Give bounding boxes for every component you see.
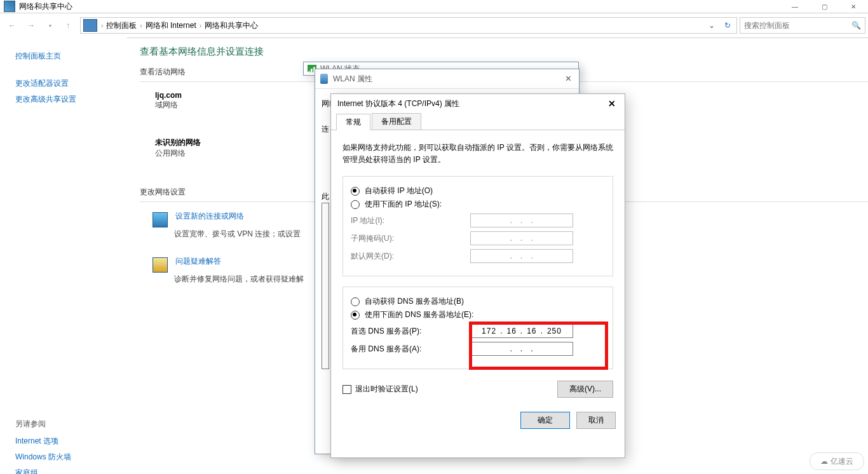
sidebar-adapter-link[interactable]: 更改适配器设置	[15, 76, 119, 91]
ipv4-tabs: 常规 备用配置	[331, 113, 625, 130]
dns-fieldset: 自动获得 DNS 服务器地址(B) 使用下面的 DNS 服务器地址(E): 首选…	[342, 287, 613, 369]
radio-icon	[351, 200, 360, 209]
network-icon	[320, 74, 328, 84]
chevron-right-icon: ›	[198, 22, 203, 29]
see-also-heading: 另请参阅	[15, 419, 119, 430]
up-button[interactable]: ↑	[60, 18, 76, 33]
dns1-octet-1: 172	[482, 327, 496, 335]
radio-icon	[351, 187, 360, 196]
see-also-internet-options[interactable]: Internet 选项	[15, 433, 119, 449]
radio-manual-dns[interactable]: 使用下面的 DNS 服务器地址(E):	[351, 309, 605, 320]
cloud-icon: ☁	[820, 457, 828, 466]
crumb-2[interactable]: 网络和共享中心	[203, 20, 260, 31]
dns2-label: 备用 DNS 服务器(A):	[351, 344, 470, 355]
new-connection-icon	[153, 212, 168, 227]
validate-checkbox[interactable]	[342, 385, 351, 394]
ipv4-title: Internet 协议版本 4 (TCP/IPv4) 属性	[337, 98, 459, 109]
tab-alternate[interactable]: 备用配置	[372, 113, 421, 130]
gateway-label: 默认网关(D):	[351, 251, 470, 262]
forward-button[interactable]: →	[22, 18, 40, 33]
ip-address-label: IP 地址(I):	[351, 215, 470, 226]
search-icon: 🔍	[851, 21, 861, 30]
subnet-mask-input: ...	[470, 231, 573, 245]
breadcrumb[interactable]: › 控制面板 › 网络和 Internet › 网络和共享中心 ⌄ ↻	[80, 17, 737, 34]
control-panel-icon	[4, 1, 15, 12]
advanced-button[interactable]: 高级(V)...	[557, 381, 613, 398]
address-bar: ← → ▾ ↑ › 控制面板 › 网络和 Internet › 网络和共享中心 …	[0, 13, 868, 38]
radio-manual-dns-label: 使用下面的 DNS 服务器地址(E):	[365, 309, 473, 320]
see-also-firewall[interactable]: Windows 防火墙	[15, 449, 119, 465]
dns1-octet-2: 16	[506, 327, 516, 335]
watermark: ☁ 亿速云	[810, 452, 864, 470]
recent-dropdown[interactable]: ▾	[41, 18, 59, 33]
radio-auto-dns[interactable]: 自动获得 DNS 服务器地址(B)	[351, 296, 605, 307]
wlan-prop-list[interactable]	[322, 203, 329, 369]
gateway-input: ...	[470, 249, 573, 263]
dns2-input[interactable]: ...	[470, 342, 573, 356]
chevron-down-icon[interactable]: ⌄	[705, 21, 719, 30]
page-title: 查看基本网络信息并设置连接	[140, 46, 868, 58]
ip-fieldset: 自动获得 IP 地址(O) 使用下面的 IP 地址(S): IP 地址(I): …	[342, 176, 613, 276]
window-close[interactable]: ✕	[839, 0, 868, 13]
radio-auto-ip-label: 自动获得 IP 地址(O)	[365, 186, 433, 196]
sidebar: 控制面板主页 更改适配器设置 更改高级共享设置 另请参阅 Internet 选项…	[0, 37, 127, 474]
dialog-buttons: 确定 取消	[331, 404, 625, 437]
chevron-right-icon: ›	[139, 22, 143, 29]
ipv4-titlebar[interactable]: Internet 协议版本 4 (TCP/IPv4) 属性 ✕	[331, 94, 625, 113]
see-also-homegroup[interactable]: 家庭组	[15, 465, 119, 474]
search-placeholder: 搜索控制面板	[744, 20, 790, 31]
window-title: 网络和共享中心	[19, 1, 72, 12]
radio-icon	[351, 297, 360, 306]
radio-icon	[351, 311, 360, 320]
crumb-0[interactable]: 控制面板	[104, 20, 139, 31]
cancel-button[interactable]: 取消	[576, 412, 616, 429]
sidebar-sharing-link[interactable]: 更改高级共享设置	[15, 91, 119, 107]
crumb-1[interactable]: 网络和 Internet	[144, 20, 198, 31]
wlan-prop-this-label: 此	[322, 191, 329, 202]
dns1-octet-3: 16	[527, 327, 536, 335]
dns1-label: 首选 DNS 服务器(P):	[351, 326, 470, 337]
ipv4-properties-dialog: Internet 协议版本 4 (TCP/IPv4) 属性 ✕ 常规 备用配置 …	[330, 93, 625, 458]
radio-manual-ip[interactable]: 使用下面的 IP 地址(S):	[351, 199, 605, 210]
location-icon	[83, 19, 97, 32]
ip-address-input: ...	[470, 213, 573, 227]
radio-manual-ip-label: 使用下面的 IP 地址(S):	[365, 199, 442, 210]
refresh-button[interactable]: ↻	[719, 21, 736, 30]
window-minimize[interactable]: —	[780, 0, 810, 13]
sidebar-home-link[interactable]: 控制面板主页	[15, 48, 119, 64]
watermark-text: 亿速云	[831, 456, 853, 467]
dns1-octet-4: 250	[547, 327, 562, 335]
task-title-0: 设置新的连接或网络	[175, 211, 244, 227]
close-icon[interactable]: ✕	[606, 98, 618, 109]
chevron-right-icon: ›	[100, 22, 104, 29]
tab-general[interactable]: 常规	[336, 114, 370, 130]
troubleshoot-icon	[153, 257, 168, 273]
close-icon[interactable]: ×	[563, 73, 574, 85]
wlan-prop-titlebar[interactable]: WLAN 属性 ×	[315, 69, 579, 89]
wlan-prop-conn-label: 连	[322, 124, 329, 135]
window-controls: — ▢ ✕	[780, 0, 868, 13]
radio-auto-ip[interactable]: 自动获得 IP 地址(O)	[351, 186, 605, 196]
search-input[interactable]: 搜索控制面板 🔍	[740, 17, 865, 34]
dns1-input[interactable]: 172. 16. 16. 250	[470, 324, 573, 338]
subnet-mask-label: 子网掩码(U):	[351, 233, 470, 244]
validate-label: 退出时验证设置(L)	[355, 384, 418, 395]
ipv4-description: 如果网络支持此功能，则可以获取自动指派的 IP 设置。否则，你需要从网络系统管理…	[342, 142, 613, 166]
back-button[interactable]: ←	[3, 18, 21, 33]
wlan-prop-title: WLAN 属性	[333, 74, 372, 85]
control-panel-titlebar: 网络和共享中心	[0, 0, 868, 13]
window-maximize[interactable]: ▢	[810, 0, 839, 13]
radio-auto-dns-label: 自动获得 DNS 服务器地址(B)	[365, 296, 464, 307]
ok-button[interactable]: 确定	[520, 412, 570, 429]
task-title-1: 问题疑难解答	[175, 256, 221, 273]
